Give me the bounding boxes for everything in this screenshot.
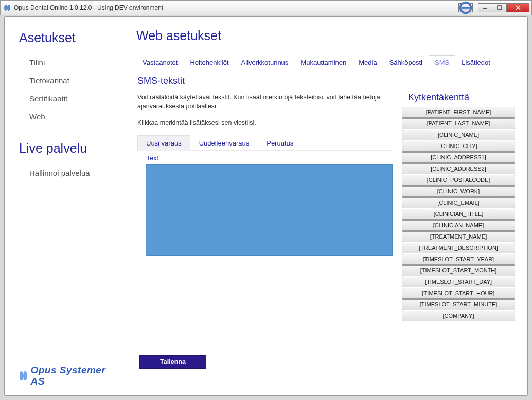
subtab-uudelleenvaraus[interactable]: Uudelleenvaraus [190,135,258,151]
sms-section: SMS-tekstit Voit räätälöidä käytettävät … [136,69,516,369]
tab-sms[interactable]: SMS [429,55,455,69]
app-icon [4,4,11,11]
sidebar-item-databases[interactable]: Tietokannat [19,71,114,89]
merge-field-button[interactable]: [TREATMENT_DESCRIPTION] [402,243,515,253]
sidebar-item-web[interactable]: Web [19,107,114,125]
merge-field-button[interactable]: [CLINICIAN_TITLE] [402,209,515,220]
merge-field-button[interactable]: [CLINICIAN_NAME] [402,220,515,231]
tab-aliverkkotunnus[interactable]: Aliverkkotunnus [235,55,295,69]
merge-field-button[interactable]: [TIMESLOT_START_MONTH] [402,265,515,276]
merge-fields-panel: Kytkentäkenttä [PATIENT_FIRST_NAME][PATI… [402,76,515,369]
merge-field-button[interactable]: [CLINIC_WORK] [402,186,515,197]
tab-mukauttaminen[interactable]: Mukauttaminen [294,55,352,69]
sms-description-1: Voit räätälöidä käytettävät tekstit. Kun… [137,93,393,111]
company-name: Opus Systemer AS [30,365,114,387]
sidebar: Asetukset Tilini Tietokannat Sertifikaat… [5,17,125,395]
merge-field-button[interactable]: [TIMESLOT_START_DAY] [402,277,515,287]
merge-field-button[interactable]: [CLINIC_ADDRESS2] [402,163,515,174]
main-tabs: Vastaanotot Hoitohenkilöt Aliverkkotunnu… [136,54,516,69]
sidebar-item-certificates[interactable]: Sertifikaatit [19,89,114,107]
svg-rect-1 [462,7,470,9]
main-pane: Web asetukset Vastaanotot Hoitohenkilöt … [125,17,527,395]
tab-hoitohenkilot[interactable]: Hoitohenkilöt [184,55,235,69]
sms-description-2: Klikkaa merkintää lisätäksesi sen viesti… [137,118,393,128]
sms-text-input[interactable] [146,164,393,256]
merge-field-button[interactable]: [TIMESLOT_START_HOUR] [402,288,515,299]
sidebar-item-account[interactable]: Tilini [19,53,114,71]
sidebar-item-manage-service[interactable]: Hallinnoi palvelua [19,164,114,182]
company-logo: Opus Systemer AS [19,365,114,387]
tooth-icon [19,370,27,382]
merge-field-button[interactable]: [CLINIC_POSTALCODE] [402,175,515,186]
minimize-button[interactable] [478,3,492,12]
merge-field-button[interactable]: [CLINIC_ADDRESS1] [402,152,515,163]
svg-rect-3 [498,6,502,9]
page-title: Web asetukset [136,28,516,43]
window-titlebar: Opus Dental Online 1.0.12.0 - Using DEV … [0,0,532,15]
sidebar-group-settings: Asetukset [19,30,114,45]
tab-vastaanotot[interactable]: Vastaanotot [136,55,184,69]
merge-field-button[interactable]: [PATIENT_FIRST_NAME] [402,107,515,118]
window-title: Opus Dental Online 1.0.12.0 - Using DEV … [14,4,458,11]
merge-fields-title: Kytkentäkenttä [402,92,515,103]
tab-sahkoposti[interactable]: Sähköposti [383,55,429,69]
tab-lisatiedot[interactable]: Lisätiedot [455,55,496,69]
save-button[interactable]: Tallenna [139,355,206,369]
app-frame: Asetukset Tilini Tietokannat Sertifikaat… [4,16,528,396]
merge-field-button[interactable]: [TIMESLOT_START_YEAR] [402,254,515,265]
sidebar-separator [19,125,114,141]
merge-field-button[interactable]: [CLINIC_EMAIL] [402,197,515,208]
window-controls [478,3,529,12]
merge-field-button[interactable]: [TREATMENT_NAME] [402,231,515,242]
merge-field-button[interactable]: [PATIENT_LAST_NAME] [402,118,515,129]
sms-subtabs: Uusi varaus Uudelleenvaraus Peruutus [137,135,393,151]
merge-field-button[interactable]: [CLINIC_NAME] [402,130,515,140]
sms-heading: SMS-tekstit [137,76,393,86]
merge-field-button[interactable]: [TIMESLOT_START_MINUTE] [402,299,515,310]
subtab-uusi-varaus[interactable]: Uusi varaus [137,135,190,151]
subtab-peruutus[interactable]: Peruutus [258,135,302,151]
help-button[interactable] [458,3,473,12]
maximize-button[interactable] [492,3,507,12]
tab-media[interactable]: Media [352,55,383,69]
close-button[interactable] [507,3,529,12]
merge-field-button[interactable]: [COMPANY] [402,311,515,321]
merge-field-button[interactable]: [CLINIC_CITY] [402,141,515,152]
textarea-label: Text [147,155,393,162]
sidebar-group-live: Live palvelu [19,141,114,156]
